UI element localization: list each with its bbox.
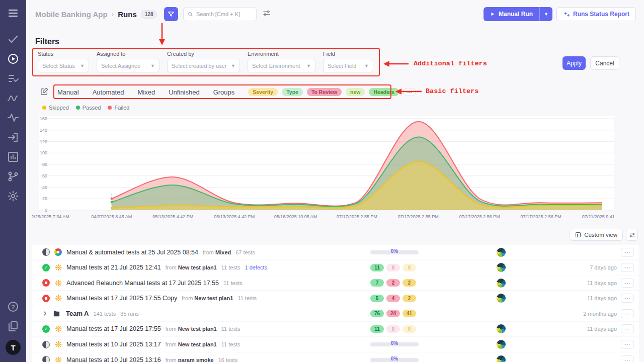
run-row-left: Team A 141 tests 35 runs	[42, 310, 370, 317]
app-logo[interactable]: T	[6, 340, 21, 355]
manual-run-caret[interactable]: ▼	[539, 7, 552, 21]
run-title[interactable]: Manual tests at 17 Jul 2025 17:55	[66, 325, 161, 332]
result-count-badge: 2	[403, 295, 416, 302]
svg-text:0: 0	[45, 208, 47, 213]
breadcrumb-project[interactable]: Mobile Banking App	[35, 10, 108, 19]
run-title[interactable]: Manual tests at 17 Jul 2025 17:55 Copy	[66, 295, 177, 302]
filter-field-label: Field	[323, 51, 373, 57]
view-settings-button[interactable]	[626, 229, 638, 241]
run-title[interactable]: Advanced Relaunch Manual tests at 17 Jul…	[66, 280, 219, 287]
tab-groups[interactable]: Groups	[213, 88, 235, 96]
compose-icon[interactable]	[40, 87, 48, 98]
result-count-badge: 0	[403, 264, 416, 272]
svg-text:120: 120	[40, 139, 47, 144]
result-count-badge: 11	[370, 325, 384, 333]
from-plan: Mixed	[215, 249, 231, 255]
tag-severity[interactable]: Severity	[248, 88, 278, 96]
legend-item-passed[interactable]: Passed	[76, 105, 101, 111]
tab-automated[interactable]: Automated	[93, 88, 124, 96]
filter-select[interactable]: Select Assignee ▼	[97, 59, 159, 72]
legend-item-failed[interactable]: Failed	[108, 105, 129, 111]
more-button[interactable]: ⋯	[621, 340, 634, 349]
more-button[interactable]: ⋯	[621, 279, 634, 288]
filter-select[interactable]: Select Field ▼	[323, 59, 373, 72]
more-button[interactable]: ⋯	[621, 263, 634, 272]
more-button[interactable]: ⋯	[621, 309, 634, 318]
tests-count: 11 tests	[221, 326, 240, 332]
import-icon[interactable]	[7, 131, 19, 143]
tag-headers[interactable]: Headers	[369, 88, 398, 96]
from-label: from Mixed	[203, 249, 231, 255]
tab-mixed[interactable]: Mixed	[138, 88, 155, 96]
more-tags-button[interactable]: ⋯	[403, 88, 417, 96]
docs-icon[interactable]	[7, 320, 19, 332]
result-count-badge: 5	[370, 295, 384, 302]
svg-text:05/13/2025 4:42 PM: 05/13/2025 4:42 PM	[152, 214, 193, 219]
tag-to-review[interactable]: To Review	[307, 88, 342, 96]
chart-legend: SkippedPassedFailed	[42, 105, 129, 111]
time-ago: 11 days ago	[516, 326, 617, 332]
run-row[interactable]: ✓Manual tests at 21 Jul 2025 12:41from N…	[32, 260, 639, 275]
progress-label: 0%	[370, 356, 419, 361]
menu-icon[interactable]	[7, 7, 19, 19]
tab-unfinished[interactable]: Unfinished	[169, 88, 199, 96]
tab-manual[interactable]: Manual	[57, 88, 79, 96]
tag-new[interactable]: new	[346, 88, 365, 96]
legend-item-skipped[interactable]: Skipped	[42, 105, 69, 111]
custom-view-button[interactable]: Custom view	[570, 229, 623, 241]
group-row[interactable]: Team A 141 tests 35 runs7624412 months a…	[32, 306, 639, 321]
run-row[interactable]: Manual tests at 10 Jul 2025 13:17from Ne…	[32, 337, 639, 352]
runs-status-report-button[interactable]: Runs Status Report	[556, 7, 636, 21]
branches-icon[interactable]	[7, 170, 19, 183]
runs-icon[interactable]	[7, 53, 19, 65]
run-row-left: ✓Manual tests at 17 Jul 2025 17:55from N…	[42, 325, 370, 333]
tag-type[interactable]: Type	[282, 88, 303, 96]
adjustments-icon[interactable]	[263, 9, 271, 19]
run-title[interactable]: Manual & automated tests at 25 Jul 2025 …	[66, 249, 198, 256]
run-row[interactable]: ✓Manual tests at 17 Jul 2025 17:55from N…	[32, 322, 639, 336]
more-button[interactable]: ⋯	[621, 248, 634, 257]
filter-button[interactable]	[164, 7, 178, 21]
reports-icon[interactable]	[7, 151, 19, 163]
tests-count: 141 tests	[94, 311, 116, 317]
from-plan: param smoke	[178, 357, 214, 362]
more-button[interactable]: ⋯	[621, 324, 634, 333]
filter-select[interactable]: Select Environment ▼	[248, 59, 315, 72]
run-row-avatar-cell	[486, 355, 516, 362]
filter-field-status: Status Select Status ▼	[38, 51, 89, 72]
analytics-icon[interactable]	[7, 92, 19, 104]
filter-select[interactable]: Select created by user ▼	[167, 59, 240, 72]
more-button[interactable]: ⋯	[621, 294, 634, 303]
run-row[interactable]: Manual tests at 10 Jul 2025 13:16from pa…	[32, 352, 639, 362]
manual-run-icon	[54, 325, 62, 333]
defects-link[interactable]: 1 defects	[245, 264, 267, 270]
apply-button[interactable]: Apply	[562, 56, 586, 70]
cancel-button[interactable]: Cancel	[590, 56, 619, 70]
more-button[interactable]: ⋯	[621, 355, 634, 362]
run-row-avatar-cell	[486, 294, 516, 303]
manual-run-button[interactable]: Manual Run ▼	[484, 7, 552, 21]
filter-select[interactable]: Select Status ▼	[38, 59, 89, 72]
runs-count-badge: 128	[141, 10, 157, 19]
burst-icon	[55, 280, 62, 287]
search-input[interactable]	[196, 11, 253, 17]
group-title[interactable]: Team A	[66, 310, 89, 317]
search-box[interactable]	[183, 7, 257, 21]
manual-run-icon	[54, 341, 62, 348]
run-row[interactable]: Advanced Relaunch Manual tests at 17 Jul…	[32, 276, 639, 290]
run-row[interactable]: Manual & automated tests at 25 Jul 2025 …	[32, 245, 639, 259]
custom-view-label: Custom view	[584, 232, 617, 238]
run-title[interactable]: Manual tests at 10 Jul 2025 13:16	[66, 356, 161, 362]
status-failed-icon	[42, 279, 50, 287]
settings-icon[interactable]	[7, 190, 19, 202]
pulse-icon[interactable]	[7, 112, 19, 124]
run-row[interactable]: Manual tests at 17 Jul 2025 17:55 Copyfr…	[32, 291, 639, 306]
chevron-right-icon[interactable]	[42, 311, 48, 316]
tests-icon[interactable]	[7, 33, 19, 45]
folder-icon	[53, 310, 60, 317]
run-title[interactable]: Manual tests at 21 Jul 2025 12:41	[66, 264, 161, 271]
help-icon[interactable]: ?	[7, 301, 19, 313]
run-row-avatar-cell	[486, 340, 516, 349]
run-title[interactable]: Manual tests at 10 Jul 2025 13:17	[66, 341, 161, 348]
test-plans-icon[interactable]	[7, 72, 19, 84]
